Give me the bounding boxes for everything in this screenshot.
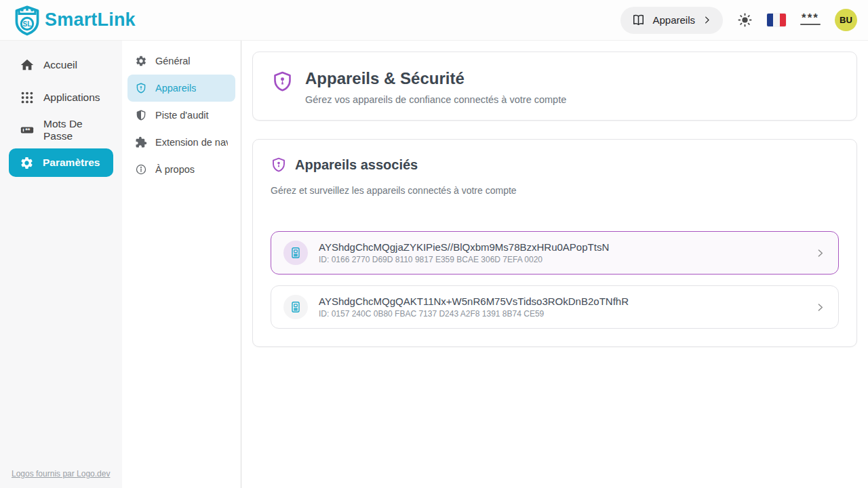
apps-grid-icon	[20, 90, 35, 105]
sidebar-item-mots-de-passe[interactable]: ** Mots De Passe	[0, 114, 122, 146]
brand-logo: SL SmartLink	[12, 4, 136, 36]
subnav-item-appareils[interactable]: Appareils	[127, 75, 235, 102]
app-header: SL SmartLink Appareils	[0, 0, 868, 41]
sidebar-item-label: Accueil	[43, 59, 77, 71]
info-icon	[135, 163, 147, 176]
chevron-right-icon	[814, 247, 826, 259]
page-header-card: Appareils & Sécurité Gérez vos appareils…	[252, 52, 857, 121]
sidebar-item-parametres[interactable]: Paramètres	[9, 148, 113, 177]
gear-icon	[20, 156, 34, 170]
subnav-item-label: À propos	[155, 164, 195, 175]
password-dots-icon[interactable]: ***	[800, 15, 821, 25]
device-row[interactable]: AYShdgChcMQgQAKT11Nx+W5nR6M75VsTidso3ROk…	[271, 285, 839, 329]
sidebar-item-applications[interactable]: Applications	[0, 81, 122, 114]
main-content: Appareils & Sécurité Gérez vos appareils…	[241, 41, 868, 488]
subnav-item-label: Général	[155, 56, 191, 66]
settings-subnav: Général Appareils Piste d'audit	[122, 41, 241, 488]
sidebar-item-label: Paramètres	[43, 157, 100, 169]
devices-card-title: Appareils associés	[295, 157, 418, 173]
device-row[interactable]: AYShdgChcMQgjaZYKIPieS//BlQxbm9Ms78BzxHR…	[271, 231, 839, 274]
primary-sidebar: Accueil Applications ** Mots De Passe	[0, 41, 122, 488]
shield-lock-icon	[271, 156, 287, 174]
security-key-icon	[283, 295, 308, 319]
chevron-right-icon	[814, 302, 826, 313]
password-field-icon: **	[20, 123, 35, 138]
device-id: ID: 0166 2770 D69D 8110 9817 E359 BCAE 3…	[319, 255, 609, 264]
subnav-item-label: Extension de naviga	[155, 137, 228, 148]
device-list: AYShdgChcMQgjaZYKIPieS//BlQxbm9Ms78BzxHR…	[271, 231, 839, 329]
devices-nav-button[interactable]: Appareils	[620, 7, 723, 34]
devices-nav-label: Appareils	[652, 14, 695, 26]
user-avatar[interactable]: BU	[835, 9, 857, 31]
subnav-item-a-propos[interactable]: À propos	[127, 156, 235, 183]
home-icon	[20, 58, 35, 73]
subnav-item-piste-audit[interactable]: Piste d'audit	[127, 102, 235, 129]
sun-icon	[737, 12, 753, 28]
device-id: ID: 0157 240C 0B80 FBAC 7137 D243 A2F8 1…	[319, 309, 629, 319]
sidebar-item-label: Applications	[43, 92, 100, 104]
devices-card-subtitle: Gérez et surveillez les appareils connec…	[271, 185, 839, 196]
language-flag-button[interactable]	[767, 14, 786, 26]
theme-toggle-button[interactable]	[737, 12, 753, 28]
sidebar-item-accueil[interactable]: Accueil	[0, 49, 122, 81]
logo-attribution-link[interactable]: Logos fournis par Logo.dev	[12, 469, 110, 479]
subnav-item-general[interactable]: Général	[127, 47, 235, 75]
brand-name: SmartLink	[45, 9, 136, 30]
chevron-right-icon	[702, 15, 712, 25]
gear-icon	[135, 55, 147, 67]
page-title: Appareils & Sécurité	[305, 68, 566, 89]
page-subtitle: Gérez vos appareils de confiance connect…	[305, 94, 566, 105]
header-controls: Appareils	[620, 7, 857, 34]
puzzle-piece-icon	[135, 136, 147, 148]
shield-key-icon	[135, 82, 147, 94]
subnav-item-label: Appareils	[155, 83, 196, 94]
shield-lock-icon	[271, 69, 294, 105]
subnav-item-extension[interactable]: Extension de naviga	[127, 129, 235, 156]
french-flag-icon	[767, 14, 786, 26]
svg-text:**: **	[25, 127, 31, 134]
shield-half-icon	[135, 109, 147, 121]
device-name: AYShdgChcMQgQAKT11Nx+W5nR6M75VsTidso3ROk…	[319, 296, 629, 307]
shield-logo-icon: SL	[12, 4, 42, 36]
associated-devices-card: Appareils associés Gérez et surveillez l…	[252, 139, 857, 347]
open-book-icon	[631, 13, 646, 27]
svg-text:SL: SL	[23, 20, 32, 28]
device-name: AYShdgChcMQgjaZYKIPieS//BlQxbm9Ms78BzxHR…	[319, 241, 609, 253]
subnav-item-label: Piste d'audit	[155, 110, 209, 121]
sidebar-item-label: Mots De Passe	[43, 118, 114, 142]
security-key-icon	[283, 241, 308, 265]
